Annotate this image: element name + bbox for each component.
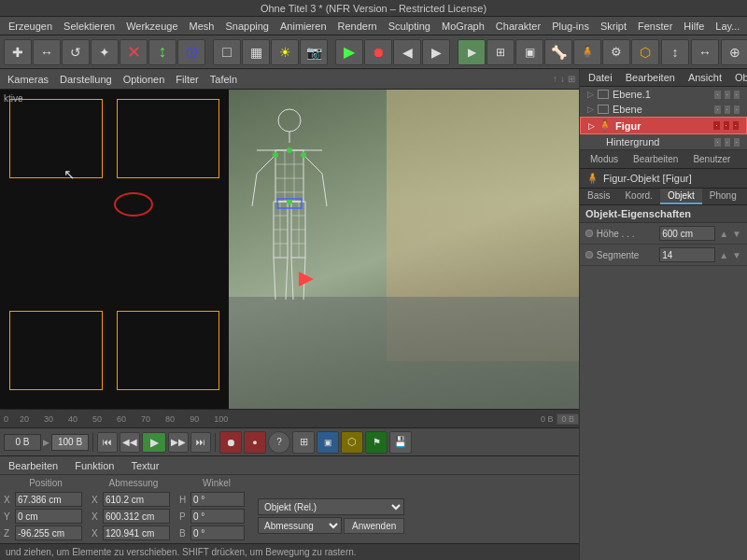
- toolbar-btn-scale[interactable]: ✦: [91, 39, 119, 65]
- tab-basis[interactable]: Basis: [580, 189, 617, 204]
- size-y-input[interactable]: [103, 509, 170, 524]
- toolbar-btn-bone[interactable]: 🦴: [544, 39, 572, 65]
- btn-record2[interactable]: ●: [244, 431, 266, 454]
- toolbar2-tafeln[interactable]: Tafeln: [206, 73, 241, 86]
- btn-record-red[interactable]: ⏺: [219, 431, 242, 454]
- toolbar-btn-render1[interactable]: ▶: [458, 39, 486, 65]
- toolbar2-filter[interactable]: Filter: [172, 73, 202, 86]
- toolbar-btn-move[interactable]: ↔: [33, 39, 61, 65]
- menu-werkzeuge[interactable]: Werkzeuge: [121, 20, 182, 33]
- menu-textur[interactable]: Textur: [126, 459, 163, 472]
- rpanel-bearbeiten[interactable]: Bearbeiten: [621, 71, 680, 84]
- btn-step-fwd[interactable]: ▶▶: [168, 432, 189, 453]
- menu-rendern[interactable]: Rendern: [333, 20, 382, 33]
- pos-y-input[interactable]: [15, 509, 82, 524]
- btn-grid-view[interactable]: ⊞: [292, 431, 315, 454]
- angle-h-input[interactable]: [190, 492, 245, 507]
- toolbar-btn-render2[interactable]: ⊞: [486, 39, 514, 65]
- apply-button[interactable]: Anwenden: [344, 518, 404, 534]
- mode-btn-benutzer[interactable]: Benutzer: [686, 152, 737, 166]
- scene-item-ebene1[interactable]: ▷ Ebene.1 · · ·: [580, 87, 747, 102]
- toolbar-btn-grid[interactable]: ▦: [242, 39, 270, 65]
- segmente-arrow-down[interactable]: ▼: [732, 250, 741, 260]
- toolbar-btn-render3[interactable]: ▣: [515, 39, 543, 65]
- toolbar-btn-settings[interactable]: ⚙: [602, 39, 630, 65]
- viewport-icon-expand[interactable]: ⊞: [568, 74, 575, 84]
- tab-objekt[interactable]: Objekt: [660, 189, 702, 204]
- btn-to-end[interactable]: ⏭: [190, 432, 211, 453]
- hoehe-arrow-up[interactable]: ▲: [719, 229, 728, 239]
- toolbar-btn-nav1[interactable]: ↕: [661, 39, 689, 65]
- frame-end-input[interactable]: [51, 434, 89, 451]
- menu-funktion[interactable]: Funktion: [70, 459, 119, 472]
- menu-hilfe[interactable]: Hilfe: [679, 20, 709, 33]
- toolbar-btn-play[interactable]: ▶: [335, 39, 363, 65]
- menu-plugins[interactable]: Plug-ins: [547, 20, 594, 33]
- toolbar-btn-y[interactable]: ↕: [148, 39, 176, 65]
- menu-selektieren[interactable]: Selektieren: [59, 20, 120, 33]
- toolbar-btn-rotate[interactable]: ↺: [62, 39, 90, 65]
- toolbar2-kameras[interactable]: Kameras: [4, 73, 52, 86]
- menu-charakter[interactable]: Charakter: [491, 20, 545, 33]
- hoehe-arrow-down[interactable]: ▼: [732, 229, 741, 239]
- btn-help[interactable]: ?: [268, 431, 290, 454]
- menu-animieren[interactable]: Animieren: [275, 20, 331, 33]
- btn-step-back[interactable]: ◀◀: [120, 432, 140, 453]
- tab-koord[interactable]: Koord.: [617, 189, 659, 204]
- viewport[interactable]: ktive ↖: [0, 90, 579, 409]
- btn-flag[interactable]: ⚑: [365, 431, 388, 454]
- scene-item-figur[interactable]: ▷ 🧍 Figur · · ·: [580, 117, 747, 134]
- menu-mesh[interactable]: Mesh: [185, 20, 219, 33]
- mode-btn-bearbeiten[interactable]: Bearbeiten: [627, 152, 684, 166]
- rpanel-obj[interactable]: Obj...: [730, 71, 747, 84]
- coord-system-select[interactable]: Objekt (Rel.): [258, 498, 404, 515]
- menu-sculpting[interactable]: Sculpting: [384, 20, 435, 33]
- pos-z-input[interactable]: [15, 525, 82, 540]
- toolbar-btn-z[interactable]: ⊙: [177, 39, 205, 65]
- btn-render[interactable]: ▣: [317, 431, 339, 454]
- menu-lay[interactable]: Lay...: [711, 20, 744, 33]
- toolbar-btn-back[interactable]: ◀: [393, 39, 421, 65]
- toolbar-btn-render4[interactable]: ⬡: [631, 39, 659, 65]
- toolbar-btn-add[interactable]: ✚: [4, 39, 32, 65]
- angle-b-input[interactable]: [190, 525, 245, 540]
- menu-snapping[interactable]: Snapping: [220, 20, 274, 33]
- tab-phong[interactable]: Phong: [702, 189, 744, 204]
- hoehe-input[interactable]: [659, 226, 715, 241]
- size-x-input[interactable]: [103, 492, 170, 507]
- btn-hex[interactable]: ⬡: [341, 431, 363, 454]
- menu-skript[interactable]: Skript: [596, 20, 631, 33]
- menu-erzeugen[interactable]: Erzeugen: [4, 20, 57, 33]
- menu-mograph[interactable]: MoGraph: [437, 20, 489, 33]
- toolbar2-optionen[interactable]: Optionen: [120, 73, 169, 86]
- toolbar2-darstellung[interactable]: Darstellung: [56, 73, 116, 86]
- btn-disk[interactable]: 💾: [389, 431, 412, 454]
- pos-x-input[interactable]: [15, 492, 82, 507]
- viewport-icon-down[interactable]: ↓: [560, 74, 565, 84]
- rpanel-datei[interactable]: Datei: [584, 71, 617, 84]
- size-z-input[interactable]: [103, 525, 170, 540]
- frame-start-input[interactable]: [4, 434, 41, 451]
- scene-item-hintergrund[interactable]: Hintergrund · · ·: [580, 134, 747, 149]
- toolbar-btn-camera[interactable]: 📷: [300, 39, 328, 65]
- menu-bearbeiten[interactable]: Bearbeiten: [4, 459, 63, 472]
- toolbar-btn-nav3[interactable]: ⊕: [721, 39, 747, 65]
- toolbar-btn-x[interactable]: ✕: [120, 39, 148, 65]
- scene-item-ebene[interactable]: ▷ Ebene · · ·: [580, 102, 747, 117]
- toolbar-btn-cube[interactable]: □: [213, 39, 241, 65]
- segmente-arrow-up[interactable]: ▲: [719, 250, 728, 260]
- toolbar-btn-light[interactable]: ☀: [271, 39, 299, 65]
- mode-btn-modus[interactable]: Modus: [584, 152, 625, 166]
- toolbar-btn-forward[interactable]: ▶: [422, 39, 450, 65]
- btn-to-start[interactable]: ⏮: [97, 432, 118, 453]
- toolbar-btn-nav2[interactable]: ↔: [691, 39, 719, 65]
- segmente-input[interactable]: [659, 247, 715, 262]
- toolbar-btn-figure[interactable]: 🧍: [573, 39, 601, 65]
- rpanel-ansicht[interactable]: Ansicht: [684, 71, 726, 84]
- viewport-icon-up[interactable]: ↑: [553, 74, 557, 84]
- menu-fenster[interactable]: Fenster: [633, 20, 677, 33]
- measure-mode-select[interactable]: Abmessung: [258, 517, 342, 534]
- toolbar-btn-record[interactable]: ⏺: [364, 39, 392, 65]
- angle-p-input[interactable]: [190, 509, 245, 524]
- btn-play[interactable]: ▶: [142, 432, 166, 453]
